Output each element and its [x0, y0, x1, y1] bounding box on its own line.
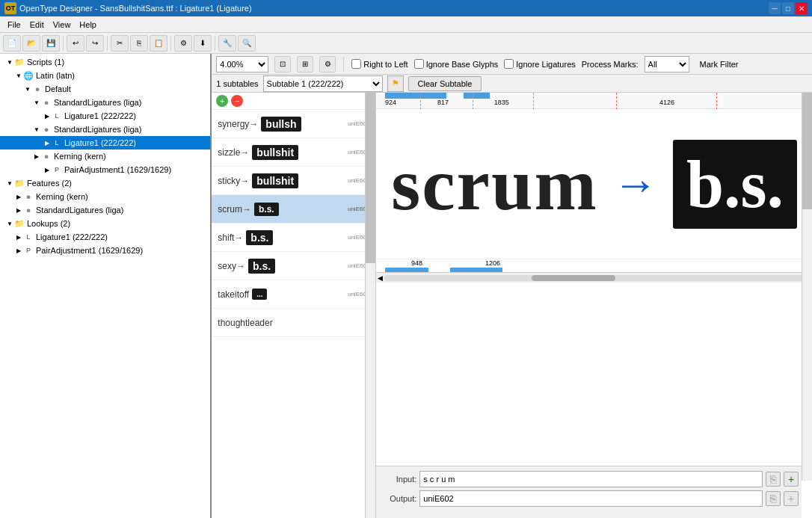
toolbar-redo[interactable]: ↪: [86, 35, 104, 52]
tree-toggle-std-liga-2[interactable]: ▼: [33, 126, 40, 133]
toolbar-cut[interactable]: ✂: [111, 35, 129, 52]
lig-item-shift[interactable]: shift→ b.s. uniE602: [212, 223, 375, 252]
pair-icon-1: P: [51, 164, 63, 175]
settings-btn[interactable]: ⚙: [319, 56, 336, 73]
tree-item-scripts[interactable]: ▼ 📁 Scripts (1): [0, 55, 210, 69]
toolbar-new[interactable]: 📄: [3, 35, 21, 52]
tree-toggle-latin[interactable]: ▼: [15, 73, 22, 79]
window-controls[interactable]: ─ □ ✕: [769, 2, 808, 14]
lig-text-shift: shift→ b.s.: [218, 230, 273, 245]
maximize-button[interactable]: □: [782, 2, 794, 14]
menu-view[interactable]: View: [49, 20, 76, 29]
lig-item-sizzle[interactable]: sizzle→ bullshit uniE601: [212, 138, 375, 167]
toolbar-paste[interactable]: 📋: [150, 35, 167, 52]
zoom-fit-btn[interactable]: ⊡: [274, 56, 291, 73]
lig-item-sticky[interactable]: sticky→ bullshit uniE602: [212, 167, 375, 195]
tree-toggle-default[interactable]: ▼: [24, 86, 31, 93]
output-add-btn[interactable]: +: [784, 491, 799, 506]
output-field[interactable]: [419, 490, 763, 507]
toolbar-open[interactable]: 📂: [22, 35, 40, 52]
scroll-left-btn[interactable]: ◀: [378, 274, 383, 282]
tree-item-lookup-pair[interactable]: ▶ P PairAdjustment1 (1629/1629): [0, 244, 210, 257]
menu-edit[interactable]: Edit: [25, 20, 49, 29]
toolbar-settings[interactable]: ⚙: [174, 35, 192, 52]
tree-item-lookup-lig[interactable]: ▶ L Ligature1 (222/222): [0, 230, 210, 244]
tree-toggle-lookup-lig[interactable]: ▶: [15, 234, 22, 241]
measure-924: 924: [385, 99, 396, 106]
v-scroll-thumb[interactable]: [802, 93, 812, 209]
right-sep: [343, 57, 344, 72]
toolbar-extra2[interactable]: 🔍: [238, 35, 256, 52]
lig-item-scrum[interactable]: scrum→ b.s. uniE602: [212, 195, 375, 223]
close-button[interactable]: ✕: [796, 2, 808, 14]
tree-item-std-liga-2[interactable]: ▼ ● StandardLigatures (liga): [0, 123, 210, 136]
tree-item-feat-kern[interactable]: ▶ ● Kerning (kern): [0, 190, 210, 203]
tree-toggle-lig1-1[interactable]: ▶: [43, 113, 51, 120]
ignore-base-checkbox[interactable]: [414, 59, 424, 69]
lig-text-sexy: sexy→ b.s.: [218, 259, 275, 274]
tree-item-latin[interactable]: ▼ 🌐 Latin (latn): [0, 69, 210, 82]
tree-label-lookups: Lookups (2): [27, 219, 70, 228]
tree-toggle-feat-kern[interactable]: ▶: [15, 194, 22, 200]
input-add-btn[interactable]: +: [784, 472, 799, 487]
tree-toggle-lookups[interactable]: ▼: [6, 221, 13, 227]
lig-input-synergy: synergy→: [218, 119, 258, 129]
ignore-lig-text: Ignore Ligatures: [516, 60, 576, 69]
right-top-bar: 4.00% 8.00% 16.00% ⊡ ⊞ ⚙ Right to Left I…: [212, 54, 812, 75]
tree-item-features[interactable]: ▼ 📁 Features (2): [0, 176, 210, 190]
tree-toggle-feat-liga[interactable]: ▶: [15, 207, 22, 214]
zoom-select[interactable]: 4.00% 8.00% 16.00%: [216, 56, 268, 73]
rtl-checkbox[interactable]: [351, 59, 361, 69]
v-scrollbar[interactable]: [802, 93, 812, 481]
tree-toggle-lig1-sel[interactable]: ▶: [43, 140, 51, 147]
tree-toggle-scripts[interactable]: ▼: [6, 59, 13, 66]
lig-item-sexy[interactable]: sexy→ b.s. uniE602: [212, 252, 375, 280]
toolbar-sep2: [107, 36, 108, 51]
tree-toggle-lookup-pair[interactable]: ▶: [15, 247, 22, 254]
lig-item-thoughtleader[interactable]: thoughtleader: [212, 309, 375, 337]
tree-toggle-kerning[interactable]: ▶: [33, 153, 40, 160]
toolbar-extra1[interactable]: 🔧: [218, 35, 236, 52]
input-copy-btn[interactable]: ⎘: [766, 472, 781, 487]
tree-toggle-features[interactable]: ▼: [6, 180, 13, 187]
tree-item-lookups[interactable]: ▼ 📁 Lookups (2): [0, 217, 210, 230]
menu-help[interactable]: Help: [75, 20, 101, 29]
lig-result-scrum: b.s.: [254, 203, 279, 216]
subtable-select[interactable]: Subtable 1 (222/222): [263, 75, 383, 92]
output-copy-btn[interactable]: ⎘: [766, 491, 781, 506]
subtable-icon-btn[interactable]: ⚑: [387, 75, 404, 92]
h-scroll-thumb[interactable]: [532, 275, 615, 281]
tree-item-lig1-1[interactable]: ▶ L Ligature1 (222/222): [0, 109, 210, 123]
menu-file[interactable]: File: [3, 20, 25, 29]
io-area: Input: ⎘ + Output: ⎘ +: [376, 466, 802, 518]
preview-scrum-text: scrum: [391, 141, 598, 227]
tree-item-kerning[interactable]: ▶ ● Kerning (kern): [0, 149, 210, 163]
clear-subtable-btn[interactable]: Clear Subtable: [408, 76, 482, 91]
lig-item-synergy[interactable]: synergy→ bullsh uniE600: [212, 110, 375, 138]
ignore-lig-checkbox[interactable]: [504, 59, 514, 69]
toolbar-copy[interactable]: ⎘: [130, 35, 148, 52]
h-scrollbar[interactable]: ◀ ▶: [376, 272, 812, 283]
tree-item-feat-liga[interactable]: ▶ ● StandardLigatures (liga): [0, 203, 210, 217]
feat-liga-icon: ●: [22, 205, 34, 215]
tree-toggle-std-liga-1[interactable]: ▼: [33, 99, 40, 106]
tree-item-std-liga-1[interactable]: ▼ ● StandardLigatures (liga): [0, 96, 210, 109]
tree-toggle-pair1[interactable]: ▶: [43, 167, 51, 173]
tree-label-feat-liga: StandardLigatures (liga): [36, 206, 123, 215]
tree-label-lig1-1: Ligature1 (222/222): [64, 111, 136, 120]
tree-item-default[interactable]: ▼ ● Default: [0, 82, 210, 96]
lig-item-takeitoff[interactable]: takeitoff ... uniE600: [212, 280, 375, 309]
toolbar-import[interactable]: ⬇: [194, 35, 212, 52]
zoom-actual-btn[interactable]: ⊞: [297, 56, 313, 73]
process-marks-select[interactable]: All: [645, 56, 689, 73]
toolbar-save[interactable]: 💾: [42, 35, 60, 52]
tree-label-feat-kern: Kerning (kern): [36, 192, 88, 201]
tree-item-lig1-selected[interactable]: ▶ L Ligature1 (222/222): [0, 136, 210, 149]
globe-icon: 🌐: [22, 70, 34, 81]
tree-item-pair1[interactable]: ▶ P PairAdjustment1 (1629/1629): [0, 163, 210, 176]
tree-label-lig1-sel: Ligature1 (222/222): [64, 138, 136, 147]
minimize-button[interactable]: ─: [769, 2, 781, 14]
input-field[interactable]: [419, 471, 763, 487]
toolbar-undo[interactable]: ↩: [67, 35, 84, 52]
lig-scrollbar[interactable]: [365, 93, 375, 518]
